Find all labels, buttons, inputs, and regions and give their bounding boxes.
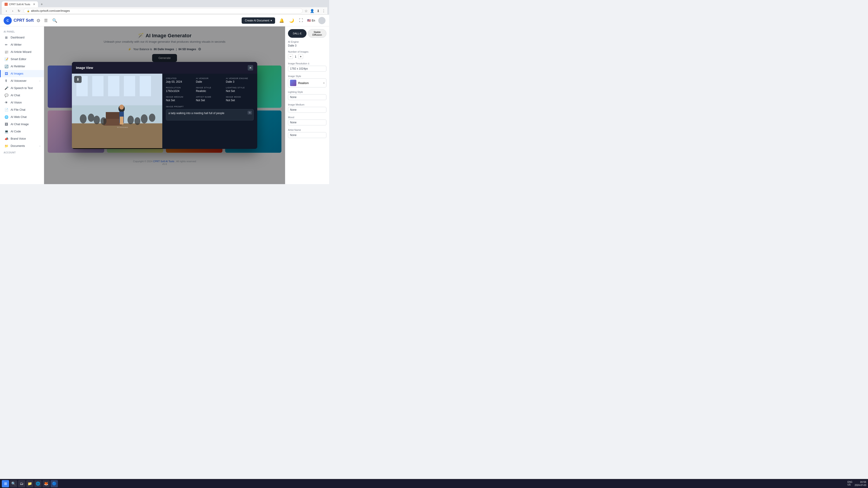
image-mood-value: Not Set [226, 99, 254, 102]
svg-point-17 [101, 117, 106, 125]
modal-header: Image View ✕ [72, 62, 257, 74]
create-ai-document-button[interactable]: Create AI Document ▾ [242, 18, 275, 24]
image-style-field: Image Style Realism › [288, 75, 327, 88]
forward-button[interactable]: › [10, 8, 16, 13]
image-style-preview[interactable]: Realism › [288, 78, 327, 88]
fullscreen-button[interactable]: ⛶ [298, 17, 304, 24]
image-medium-panel-label: Image Medium [288, 103, 327, 106]
app: C CPRT Soft ⚙ ☰ 🔍 Create AI Document ▾ 🔔… [0, 15, 329, 184]
prompt-copy-button[interactable]: ⧉ [248, 111, 252, 115]
decrement-button[interactable]: − [288, 54, 293, 59]
style-arrow: › [323, 81, 324, 85]
sidebar-item-brand-voice[interactable]: 📣 Brand Voice [0, 135, 44, 142]
menu-toggle-button[interactable]: ☰ [43, 17, 49, 24]
sidebar-item-ai-writer[interactable]: ✏ AI Writer [0, 41, 44, 48]
image-medium-field: IMAGE MEDIUM Not Set [166, 96, 194, 102]
svg-text:AI Generated: AI Generated [117, 126, 128, 128]
artist-name-field-panel: Artist Name None [288, 129, 327, 138]
sidebar-item-ai-rewriter[interactable]: 🔄 AI ReWriter [0, 63, 44, 70]
sidebar-label-article-wizard: AI Article Wizard [11, 51, 40, 54]
resolution-select[interactable]: 1792 x 1024px [288, 66, 327, 72]
mood-field: Mood None [288, 116, 327, 125]
image-download-button[interactable]: ⬇ [74, 76, 82, 83]
increment-button[interactable]: + [298, 54, 303, 59]
download-icon[interactable]: ⬇ [317, 9, 320, 13]
svg-point-11 [88, 113, 94, 122]
tab-title: CPRT Soft AI Tools [9, 3, 32, 6]
image-mood-field: IMAGE MOOD Not Set [226, 96, 254, 102]
active-tab[interactable]: CPRT Soft AI Tools ✕ [2, 1, 38, 7]
sidebar-item-ai-images[interactable]: 🖼 AI Images [0, 70, 44, 77]
sidebar-item-ai-code[interactable]: 💻 AI Code [0, 128, 44, 135]
image-view-modal: Image View ✕ ⬇ [72, 62, 257, 149]
sidebar-item-ai-web-chat[interactable]: 🌐 AI Web Chat [0, 113, 44, 121]
ai-chat-icon: 💬 [4, 94, 8, 97]
ai-vendor-value: Dalle [196, 80, 224, 84]
sidebar-item-ai-article-wizard[interactable]: 📰 AI Article Wizard [0, 48, 44, 56]
speech-icon: 🎤 [4, 86, 8, 90]
sidebar-item-ai-file-chat[interactable]: 📄 AI File Chat [0, 106, 44, 113]
language-selector[interactable]: 🇺🇸 En [307, 19, 315, 22]
tab-close-button[interactable]: ✕ [33, 3, 35, 6]
image-style-panel-label: Image Style [288, 75, 327, 77]
sidebar-label-ai-images: AI Images [11, 72, 40, 75]
modal-overlay[interactable]: Image View ✕ ⬇ [44, 26, 285, 184]
logo-icon: C [4, 17, 12, 25]
engine-toggle: DALL-E Stable Diffusion [288, 29, 327, 38]
lighting-style-label: LIGHTING STYLE [226, 87, 254, 89]
user-avatar[interactable] [318, 17, 326, 24]
svg-rect-3 [92, 76, 103, 96]
logo: C CPRT Soft [4, 17, 34, 25]
lighting-style-select[interactable]: None [288, 94, 327, 100]
chat-image-icon: 🖼 [4, 123, 8, 126]
resolution-label: RESOLUTION [166, 87, 194, 89]
info-grid: CREATED July 03, 2024 AI VENDOR Dalle AI… [166, 77, 254, 102]
search-button[interactable]: 🔍 [51, 17, 58, 24]
documents-icon: 📁 [4, 144, 8, 148]
number-control: − 1 + [288, 54, 327, 59]
back-button[interactable]: ‹ [4, 8, 9, 13]
image-medium-select[interactable]: None [288, 107, 327, 113]
sidebar-item-dashboard[interactable]: ⊞ Dashboard [0, 34, 44, 41]
resolution-field: RESOLUTION 1792x1024 [166, 87, 194, 93]
sidebar-item-documents[interactable]: 📁 Documents › [0, 142, 44, 150]
profile-icon[interactable]: 👤 [310, 9, 314, 13]
svg-rect-5 [124, 76, 135, 96]
sidebar-item-ai-chat[interactable]: 💬 AI Chat [0, 92, 44, 99]
lighting-style-panel-label: Lighting Style [288, 91, 327, 93]
reload-button[interactable]: ↻ [16, 8, 22, 13]
web-chat-icon: 🌐 [4, 115, 8, 119]
ai-writer-icon: ✏ [4, 43, 8, 46]
artist-name-select[interactable]: None [288, 132, 327, 138]
sidebar-item-ai-chat-image[interactable]: 🖼 AI Chat Image [0, 121, 44, 128]
create-ai-chevron: ▾ [271, 19, 272, 22]
lighting-style-value: Not Set [226, 90, 254, 93]
sidebar-item-smart-editor[interactable]: 📝 Smart Editor [0, 56, 44, 63]
sidebar-item-ai-vision[interactable]: 👁 AI Vision [0, 99, 44, 106]
modal-image-svg: AI Generated [72, 74, 162, 148]
artist-name-label: ARTIST NAME [196, 96, 224, 98]
style-preview-thumbnail [290, 80, 296, 86]
modal-image-area: ⬇ [72, 74, 162, 149]
bookmark-icon[interactable]: ☆ [305, 9, 308, 13]
image-medium-value: Not Set [166, 99, 194, 102]
svg-rect-20 [120, 117, 122, 125]
sidebar-item-ai-voiceover[interactable]: 🎙 AI Voiceover › [0, 77, 44, 85]
menu-icon[interactable]: ⋮ [322, 9, 326, 13]
dalle-engine-button[interactable]: DALL-E [288, 29, 307, 38]
header-left: C CPRT Soft ⚙ ☰ 🔍 [4, 17, 58, 25]
dark-mode-button[interactable]: 🌙 [288, 17, 295, 24]
url-bar[interactable]: 🔒 aitools.cprtsoft.com/user/images [24, 8, 303, 13]
notification-button[interactable]: 🔔 [278, 17, 285, 24]
artist-name-panel-label: Artist Name [288, 129, 327, 131]
mood-select[interactable]: None [288, 120, 327, 125]
sidebar-item-ai-speech[interactable]: 🎤 AI Speech to Text [0, 85, 44, 92]
stable-diffusion-engine-button[interactable]: Stable Diffusion [308, 29, 327, 38]
image-medium-label: IMAGE MEDIUM [166, 96, 194, 98]
modal-close-button[interactable]: ✕ [248, 65, 253, 70]
new-tab-button[interactable]: + [39, 2, 44, 6]
prompt-box: a lady walking into a meeting hall full … [166, 109, 254, 121]
resolution-value: 1792x1024 [166, 90, 194, 93]
brand-voice-icon: 📣 [4, 137, 8, 140]
num-images-field: Number of Images − 1 + [288, 51, 327, 59]
